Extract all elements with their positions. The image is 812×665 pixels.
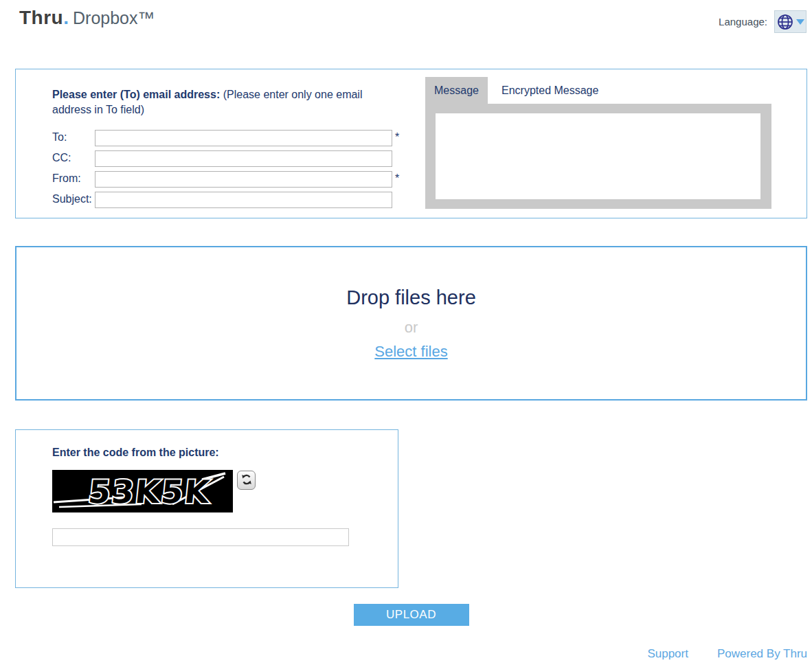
captcha-refresh-button[interactable] <box>237 471 256 490</box>
email-form: Please enter (To) email address: (Please… <box>52 77 411 207</box>
captcha-input[interactable] <box>52 528 349 546</box>
dropzone-title: Drop files here <box>346 286 476 309</box>
message-tab-bar: Message Encrypted Message <box>425 77 771 104</box>
refresh-icon <box>240 473 253 488</box>
footer: Support Powered By Thru <box>647 647 807 661</box>
cc-label: CC: <box>52 150 95 164</box>
email-heading-bold: Please enter (To) email address: <box>52 89 220 100</box>
captcha-image: 53K5K <box>52 470 233 512</box>
to-required-marker: * <box>395 130 399 144</box>
email-form-rows: To: * CC: From: * Subject: <box>52 130 411 208</box>
header: Thru.Dropbox™ Language: <box>0 0 812 69</box>
powered-by-thru-link[interactable]: Powered By Thru <box>717 647 807 661</box>
to-row: To: * <box>52 130 411 146</box>
captcha-code-text: 53K5K <box>87 473 212 510</box>
captcha-panel: Enter the code from the picture: 53K5K <box>15 429 398 588</box>
from-required-marker: * <box>395 171 399 185</box>
support-link[interactable]: Support <box>647 647 688 661</box>
from-label: From: <box>52 171 95 185</box>
language-selector[interactable] <box>774 10 807 33</box>
upload-row: UPLOAD <box>15 604 807 626</box>
subject-input[interactable] <box>95 192 392 208</box>
message-tabs-section: Message Encrypted Message <box>425 77 771 207</box>
language-label: Language: <box>719 16 767 27</box>
from-row: From: * <box>52 171 411 188</box>
email-message-panel: Please enter (To) email address: (Please… <box>15 69 807 218</box>
logo-product: Dropbox™ <box>73 8 155 27</box>
dropzone-or-text: or <box>405 319 418 337</box>
subject-label: Subject: <box>52 192 95 205</box>
subject-row: Subject: <box>52 192 411 208</box>
tab-encrypted-message[interactable]: Encrypted Message <box>488 77 612 104</box>
file-dropzone[interactable]: Drop files here or Select files <box>15 246 807 401</box>
message-textarea[interactable] <box>436 113 760 199</box>
cc-input[interactable] <box>95 150 392 167</box>
thru-dropbox-logo: Thru.Dropbox™ <box>19 7 155 29</box>
tab-message[interactable]: Message <box>425 77 488 104</box>
logo-brand: Thru <box>19 7 63 28</box>
logo-dot: . <box>63 7 69 28</box>
captcha-row: 53K5K <box>52 470 398 512</box>
to-input[interactable] <box>95 130 392 146</box>
to-label: To: <box>52 130 95 144</box>
cc-row: CC: <box>52 150 411 167</box>
language-area: Language: <box>719 10 807 33</box>
select-files-link[interactable]: Select files <box>374 343 447 361</box>
from-input[interactable] <box>95 171 392 188</box>
message-tab-content <box>425 104 771 209</box>
globe-icon <box>777 14 793 30</box>
captcha-heading: Enter the code from the picture: <box>52 447 398 459</box>
email-form-heading: Please enter (To) email address: (Please… <box>52 87 387 117</box>
chevron-down-icon <box>796 19 804 25</box>
upload-button[interactable]: UPLOAD <box>354 604 469 626</box>
